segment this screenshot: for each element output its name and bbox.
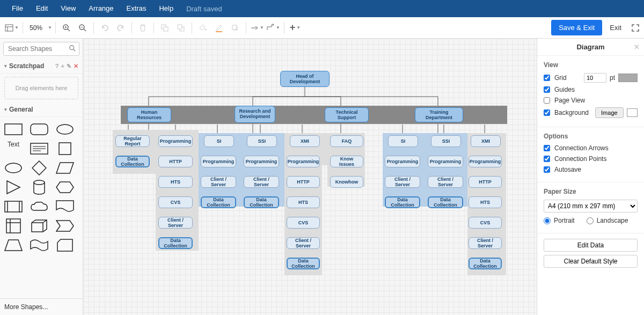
zoom-level[interactable]: 50% — [26, 24, 46, 32]
node-dept-ts[interactable]: Technical Support — [325, 107, 369, 122]
shape-tape[interactable] — [29, 237, 49, 253]
node-head[interactable]: Head of Development — [280, 71, 330, 87]
conn-points-checkbox[interactable] — [544, 156, 550, 162]
grid-size-input[interactable] — [584, 73, 606, 83]
add-icon[interactable]: + — [61, 63, 64, 70]
help-icon[interactable]: ? — [55, 63, 59, 70]
shape-step[interactable] — [55, 218, 75, 234]
shape-parallelogram[interactable] — [55, 160, 75, 176]
close-icon[interactable]: ✕ — [634, 43, 640, 51]
node[interactable]: Data Collection — [385, 196, 420, 208]
node[interactable]: Data Collection — [201, 196, 236, 208]
shape-hexagon[interactable] — [55, 179, 75, 195]
search-input[interactable] — [3, 42, 79, 56]
node[interactable]: Programming — [469, 156, 502, 167]
paper-size-select[interactable]: A4 (210 mm x 297 mm) — [544, 200, 638, 213]
autosave-checkbox[interactable] — [544, 166, 550, 173]
fullscreen-icon[interactable] — [631, 24, 640, 32]
grid-color-button[interactable] — [618, 74, 638, 82]
menu-edit[interactable]: Edit — [30, 0, 54, 17]
shape-ellipse2[interactable] — [3, 160, 24, 176]
connection-button[interactable]: ▼ — [250, 20, 265, 35]
node[interactable]: HTTP — [158, 156, 193, 167]
shadow-button[interactable] — [228, 20, 243, 35]
node[interactable]: Knowhow — [330, 176, 363, 188]
background-checkbox[interactable] — [544, 109, 550, 116]
fill-color-button[interactable] — [195, 20, 210, 35]
shape-card[interactable] — [55, 237, 75, 253]
node[interactable]: SSI — [431, 135, 461, 147]
undo-button[interactable] — [97, 20, 112, 35]
save-exit-button[interactable]: Save & Exit — [551, 20, 602, 35]
edit-data-button[interactable]: Edit Data — [544, 239, 638, 252]
more-shapes-button[interactable]: More Shapes... — [0, 298, 83, 315]
menu-view[interactable]: View — [54, 0, 82, 17]
pageview-checkbox[interactable] — [544, 97, 550, 104]
menu-file[interactable]: File — [5, 0, 30, 17]
node-dept-hr[interactable]: Human Resources — [127, 107, 171, 122]
node[interactable]: Programming — [244, 156, 279, 167]
edit-icon[interactable]: ✎ — [67, 63, 71, 70]
waypoint-button[interactable]: ▼ — [266, 20, 281, 35]
node[interactable]: HTTP — [287, 176, 320, 188]
node[interactable]: HTS — [469, 196, 502, 208]
canvas[interactable]: Head of Development Human Resources Rese… — [83, 39, 537, 315]
node[interactable]: Programming — [201, 156, 236, 167]
menu-help[interactable]: Help — [152, 0, 180, 17]
scratchpad-dropzone[interactable]: Drag elements here — [4, 77, 78, 99]
line-color-button[interactable] — [211, 20, 226, 35]
node[interactable]: SSI — [247, 135, 277, 147]
redo-button[interactable] — [113, 20, 128, 35]
shape-ellipse[interactable] — [55, 121, 75, 137]
shape-process[interactable] — [3, 199, 24, 215]
view-mode-button[interactable]: ▼ — [4, 20, 19, 35]
node[interactable]: SI — [204, 135, 234, 147]
to-front-button[interactable] — [157, 20, 172, 35]
node-dept-rd[interactable]: Research and Development — [235, 106, 275, 123]
portrait-radio[interactable] — [544, 217, 551, 224]
node[interactable]: CVS — [158, 196, 193, 208]
node[interactable]: Regular Report — [115, 135, 150, 147]
shape-internal-storage[interactable] — [3, 218, 24, 234]
node[interactable]: HTTP — [469, 176, 502, 188]
menu-extras[interactable]: Extras — [120, 0, 153, 17]
node[interactable]: XMI — [290, 135, 320, 147]
node[interactable]: XMI — [471, 135, 501, 147]
node[interactable]: Client / Server — [158, 217, 193, 229]
conn-arrows-checkbox[interactable] — [544, 145, 550, 151]
zoom-out-button[interactable] — [75, 20, 90, 35]
node[interactable]: Data Collection — [158, 237, 193, 249]
shape-triangle[interactable] — [3, 179, 24, 195]
node[interactable]: Programming — [428, 156, 463, 167]
node[interactable]: Client / Server — [244, 176, 279, 188]
background-color-button[interactable] — [627, 108, 638, 117]
shape-cloud[interactable] — [29, 199, 49, 215]
node[interactable]: Programming — [158, 135, 193, 147]
node[interactable]: Client / Server — [201, 176, 236, 188]
shape-diamond[interactable] — [29, 160, 49, 176]
general-header[interactable]: ▾ General — [0, 102, 83, 117]
zoom-in-button[interactable] — [59, 20, 74, 35]
node[interactable]: Data Collection — [287, 258, 320, 269]
node[interactable]: SI — [388, 135, 418, 147]
node[interactable]: Know Issues — [330, 156, 363, 167]
node[interactable]: CVS — [287, 217, 320, 229]
close-icon[interactable]: ✕ — [74, 63, 78, 70]
node[interactable]: Data Collection — [428, 196, 463, 208]
shape-rounded-rect[interactable] — [29, 121, 49, 137]
shape-cube[interactable] — [29, 218, 49, 234]
clear-style-button[interactable]: Clear Default Style — [544, 255, 638, 268]
node[interactable]: HTS — [158, 176, 193, 188]
node[interactable]: Data Collection — [244, 196, 279, 208]
node[interactable]: CVS — [469, 217, 502, 229]
node-dept-td[interactable]: Training Department — [415, 107, 463, 122]
menu-arrange[interactable]: Arrange — [82, 0, 120, 17]
shape-trapezoid[interactable] — [3, 237, 24, 253]
scratchpad-header[interactable]: ▾ Scratchpad ? + ✎ ✕ — [0, 59, 83, 74]
node[interactable]: Client / Server — [428, 176, 463, 188]
node[interactable]: Programming — [287, 156, 320, 167]
shape-square[interactable] — [55, 141, 75, 157]
landscape-radio[interactable] — [587, 217, 594, 224]
image-button[interactable]: Image — [595, 107, 624, 118]
node[interactable]: Client / Server — [385, 176, 420, 188]
